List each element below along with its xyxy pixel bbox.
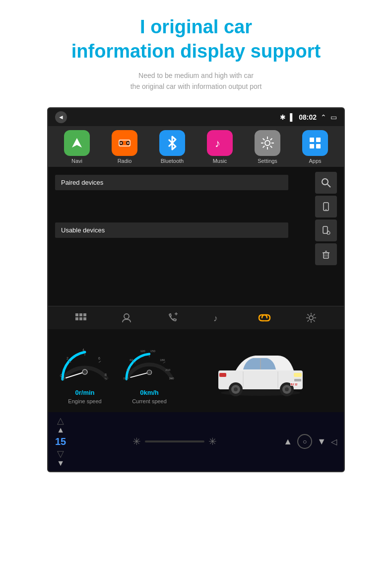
svg-line-16 [270,138,272,140]
nav-music-icon[interactable]: ♪ [212,312,223,323]
usable-devices-item[interactable]: Usable devices [55,222,288,238]
ac-temperature: 15 [55,436,66,447]
phone-button[interactable] [315,196,337,218]
nav-calls-icon[interactable] [167,312,178,323]
bottom-nav: ♪ [48,306,344,329]
battery-icon: ▭ [330,113,337,121]
back-button[interactable]: ◄ [55,111,67,123]
fan-fast-icon[interactable]: ✳ [208,436,217,447]
svg-text:BJ 12: BJ 12 [291,383,298,386]
app-item-navi[interactable]: Navi [57,130,97,164]
delete-button[interactable] [315,243,337,265]
bluetooth-icon [159,130,185,156]
svg-line-15 [270,146,272,147]
svg-point-6 [121,143,122,144]
page-subtitle: Need to be medium and high with car the … [71,70,321,92]
paired-devices-row: Paired devices [55,172,337,194]
svg-line-23 [327,184,330,187]
page-header: I original car information display suppo… [42,0,350,97]
nav-link-icon[interactable] [258,313,271,322]
bluetooth-content: Paired devices Usable devices [48,167,344,306]
svg-point-22 [322,179,328,185]
svg-rect-89 [294,373,302,377]
app-item-music[interactable]: ♪ Music [200,130,240,164]
svg-point-88 [285,387,289,391]
svg-point-9 [265,141,270,146]
ac-power-button[interactable]: ○ [297,434,312,449]
svg-text:150: 150 [150,350,156,353]
app-bar: Navi Radio [48,126,344,167]
usable-devices-row: Usable devices [55,196,337,265]
svg-line-52 [308,320,309,321]
page-title: I original car information display suppo… [71,15,321,64]
temp-down-outline[interactable]: ▽ [57,449,64,458]
navi-label: Navi [71,158,82,164]
ac-fan-area: ✳ ✳ [132,436,217,447]
temp-down-filled[interactable]: ▼ [57,459,65,467]
svg-rect-37 [75,317,78,320]
settings-label: Settings [258,158,277,164]
svg-text:30: 30 [127,368,130,371]
svg-rect-38 [79,317,82,320]
gauges-section: 0 2 4 6 8 0r/min Engine speed [48,329,344,412]
ac-bar: △ ▲ 15 ▽ ▼ ✳ ✳ ▲ ○ ▼ ◁ [48,412,344,471]
expand-icon: ⌃ [321,113,327,121]
svg-point-7 [128,143,129,144]
bluetooth-status-icon: ✱ [280,113,286,121]
svg-rect-36 [83,313,86,316]
svg-text:0: 0 [60,374,62,377]
fan-slow-icon[interactable]: ✳ [132,436,141,447]
svg-point-25 [326,209,327,210]
svg-line-49 [308,314,309,315]
nav-contacts-icon[interactable] [121,312,132,323]
svg-point-44 [309,316,313,320]
svg-text:240: 240 [169,376,175,379]
svg-text:210: 210 [165,368,171,371]
svg-rect-34 [75,313,78,316]
nav-menu-icon[interactable] [75,313,86,322]
ac-fan-up[interactable]: ▲ [283,437,292,447]
app-item-bluetooth[interactable]: Bluetooth [152,130,192,164]
app-item-settings[interactable]: Settings [248,130,287,164]
nav-settings-icon[interactable] [306,312,317,323]
apps-label: Apps [309,158,321,164]
svg-text:4: 4 [82,348,84,352]
svg-point-85 [234,387,238,391]
fan-bar [145,440,204,442]
ac-back-icon[interactable]: ◁ [331,437,337,446]
svg-point-64 [82,369,87,374]
svg-line-51 [314,314,315,315]
music-label: Music [213,158,227,164]
svg-text:120: 120 [140,350,146,353]
search-button[interactable] [315,172,337,194]
ac-fan-down[interactable]: ▼ [317,437,326,447]
svg-rect-29 [324,253,328,258]
temp-up-outline[interactable]: △ [57,416,64,425]
app-item-radio[interactable]: Radio [105,130,144,164]
title-line1: I original car [140,16,252,37]
temp-up-filled[interactable]: ▲ [57,426,65,434]
status-bar-left: ◄ [55,111,67,123]
subtitle-line2: the original car with information output… [131,82,262,90]
engine-speed-value: 0r/min [75,389,94,396]
current-speed-label: Current speed [132,398,167,404]
phone-settings-button[interactable] [315,219,337,241]
device-frame: ◄ ✱ ▌ 08:02 ⌃ ▭ Navi [47,107,345,472]
paired-devices-item[interactable]: Paired devices [55,175,288,190]
svg-rect-19 [316,138,321,142]
svg-text:60: 60 [130,358,133,361]
music-icon: ♪ [207,130,233,156]
subtitle-line1: Need to be medium and high with car [138,72,254,79]
svg-line-78 [131,372,149,377]
status-bar: ◄ ✱ ▌ 08:02 ⌃ ▭ [48,108,344,126]
current-speed-value: 0km/h [140,389,159,396]
svg-line-56 [99,361,101,363]
bluetooth-label: Bluetooth [161,158,184,164]
svg-text:8: 8 [105,373,107,376]
radio-label: Radio [118,158,132,164]
app-item-apps[interactable]: Apps [295,130,335,164]
svg-rect-91 [294,379,301,381]
svg-rect-18 [310,138,314,142]
apps-icon [302,130,328,156]
engine-gauge: 0 2 4 6 8 0r/min Engine speed [55,337,115,404]
